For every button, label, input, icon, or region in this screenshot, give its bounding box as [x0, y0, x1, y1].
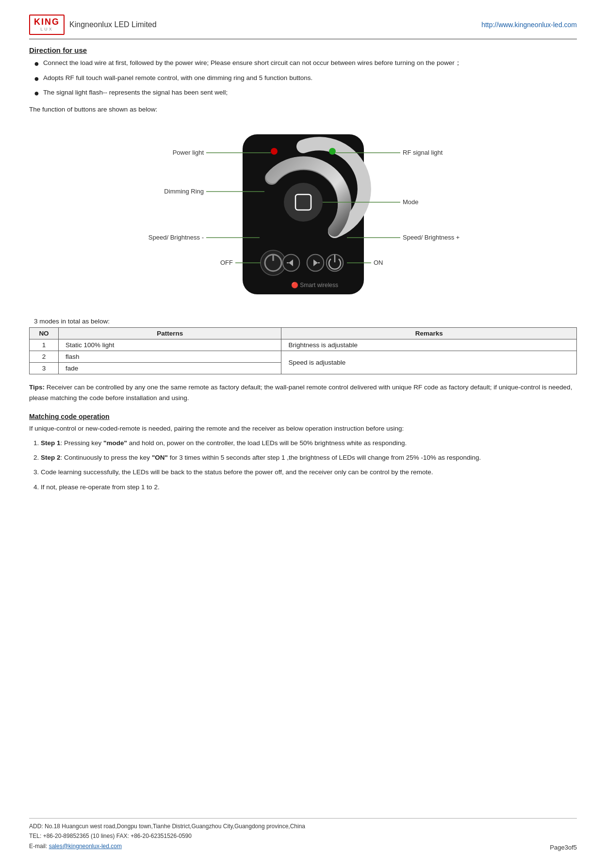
diagram-wrap: 🔴 Smart wireless Power light Dimming Rin… — [133, 120, 473, 309]
bullet-item-2: ● Adopts RF full touch wall-panel remote… — [34, 73, 577, 86]
logo-king: KING — [34, 17, 60, 27]
modes-table: NO Patterns Remarks 1 Static 100% light … — [29, 327, 577, 374]
svg-text:ON: ON — [374, 259, 383, 266]
cell-no-3: 3 — [30, 362, 59, 374]
svg-text:OFF: OFF — [220, 259, 233, 266]
table-body: 1 Static 100% light Brightness is adjust… — [30, 339, 577, 374]
svg-point-9 — [283, 255, 299, 271]
bullet-item-1: ● Connect the load wire at first, follow… — [34, 58, 577, 71]
tips-text: Receiver can be controlled by any one th… — [29, 384, 572, 402]
svg-rect-0 — [243, 134, 364, 294]
table-header-row: NO Patterns Remarks — [30, 327, 577, 339]
svg-text:Mode: Mode — [403, 198, 419, 206]
svg-text:RF signal light: RF signal light — [403, 149, 443, 156]
direction-bullets: ● Connect the load wire at first, follow… — [34, 58, 577, 101]
footer-tel: TEL: +86-20-89852365 (10 lines) FAX: +86… — [29, 831, 577, 841]
logo-sub: LUX — [40, 27, 53, 32]
cell-remark-23: Speed is adjustable — [281, 351, 577, 374]
bullet-dot-1: ● — [34, 57, 39, 71]
bullet-text-3: The signal light flash-- represents the … — [43, 88, 228, 98]
header-divider — [29, 39, 577, 39]
step3-text: Code learning successfully, the LEDs wil… — [41, 468, 433, 476]
diagram-container: 🔴 Smart wireless Power light Dimming Rin… — [29, 120, 577, 309]
step-2: Step 2: Continuously to press the key "O… — [41, 452, 577, 463]
svg-marker-14 — [313, 259, 318, 266]
modes-title: 3 modes in total as below: — [34, 318, 577, 325]
col-header-patterns: Patterns — [59, 327, 281, 339]
table-row: 2 flash Speed is adjustable — [30, 351, 577, 362]
matching-section: Matching code operation If unique-contro… — [29, 413, 577, 493]
step-1: Step 1: Pressing key "mode" and hold on,… — [41, 438, 577, 449]
page-header: KING LUX Kingneonlux LED Limited http://… — [29, 15, 577, 35]
matching-steps: Step 1: Pressing key "mode" and hold on,… — [41, 438, 577, 493]
svg-marker-40 — [313, 259, 318, 266]
cell-pattern-3: fade — [59, 362, 281, 374]
svg-point-12 — [303, 250, 328, 275]
svg-point-39 — [307, 255, 324, 271]
svg-point-1 — [284, 183, 323, 222]
step-4: If not, please re-operate from step 1 to… — [41, 482, 577, 493]
bullet-item-3: ● The signal light flash-- represents th… — [34, 88, 577, 100]
company-name: Kingneonlux LED Limited — [69, 20, 157, 29]
cell-pattern-2: flash — [59, 351, 281, 362]
svg-point-36 — [283, 255, 299, 271]
svg-text:Power light: Power light — [172, 149, 204, 156]
svg-point-5 — [261, 250, 286, 275]
svg-text:Speed/ Brightness +: Speed/ Brightness + — [403, 234, 459, 241]
svg-marker-37 — [289, 259, 293, 266]
tips-label: Tips: — [29, 384, 45, 391]
svg-point-6 — [265, 255, 281, 271]
svg-text:Dimming Ring: Dimming Ring — [164, 188, 204, 195]
svg-point-42 — [327, 255, 343, 271]
cell-no-2: 2 — [30, 351, 59, 362]
modes-section: 3 modes in total as below: NO Patterns R… — [29, 318, 577, 374]
svg-rect-2 — [295, 194, 311, 210]
svg-point-4 — [329, 148, 336, 155]
bullet-dot-2: ● — [34, 72, 39, 86]
footer-add: ADD: No.18 Huangcun west road,Dongpu tow… — [29, 821, 577, 831]
footer-text: ADD: No.18 Huangcun west road,Dongpu tow… — [29, 821, 577, 851]
cell-remark-1: Brightness is adjustable — [281, 339, 577, 351]
bullet-text-2: Adopts RF full touch wall-panel remote c… — [43, 73, 312, 83]
direction-title: Direction for use — [29, 46, 577, 54]
svg-text:Speed/ Brightness -: Speed/ Brightness - — [148, 234, 203, 241]
matching-title: Matching code operation — [29, 413, 577, 420]
bullet-text-1: Connect the load wire at first, followed… — [43, 58, 461, 68]
svg-point-3 — [271, 148, 278, 155]
svg-point-8 — [278, 250, 304, 275]
footer-divider — [29, 818, 577, 819]
col-header-remarks: Remarks — [281, 327, 577, 339]
cell-pattern-1: Static 100% light — [59, 339, 281, 351]
footer-email: E-mail: sales@kingneonlux-led.com — [29, 841, 577, 851]
step2-bold: Step 2 — [41, 454, 61, 461]
step-3: Code learning successfully, the LEDs wil… — [41, 467, 577, 478]
footer-email-label: E-mail: — [29, 843, 49, 850]
direction-section: Direction for use ● Connect the load wir… — [29, 46, 577, 115]
svg-text:🔴 Smart wireless: 🔴 Smart wireless — [291, 281, 338, 289]
step4-text: If not, please re-operate from step 1 to… — [41, 483, 160, 491]
bullet-dot-3: ● — [34, 87, 39, 100]
svg-point-13 — [307, 255, 324, 271]
page-number: Page3of5 — [550, 844, 577, 851]
step1-text: : Pressing key "mode" and hold on, power… — [61, 439, 407, 447]
table-row: 1 Static 100% light Brightness is adjust… — [30, 339, 577, 351]
svg-point-17 — [327, 255, 343, 271]
matching-intro: If unique-control or new-coded-remote is… — [29, 423, 577, 434]
col-header-no: NO — [30, 327, 59, 339]
website-link[interactable]: http://www.kingneonlux-led.com — [481, 21, 577, 29]
step2-text: : Continuously to press the key "ON" for… — [61, 454, 481, 461]
footer-email-link[interactable]: sales@kingneonlux-led.com — [49, 843, 122, 850]
svg-point-16 — [322, 250, 347, 275]
diagram-svg: 🔴 Smart wireless Power light Dimming Rin… — [133, 120, 473, 309]
tips-section: Tips: Receiver can be controlled by any … — [29, 382, 577, 403]
page-footer: ADD: No.18 Huangcun west road,Dongpu tow… — [29, 818, 577, 851]
cell-no-1: 1 — [30, 339, 59, 351]
header-left: KING LUX Kingneonlux LED Limited — [29, 15, 157, 35]
step1-bold: Step 1 — [41, 439, 61, 447]
logo-box: KING LUX — [29, 15, 65, 35]
svg-marker-10 — [289, 259, 293, 266]
function-text: The function of buttons are shown as bel… — [29, 104, 577, 115]
